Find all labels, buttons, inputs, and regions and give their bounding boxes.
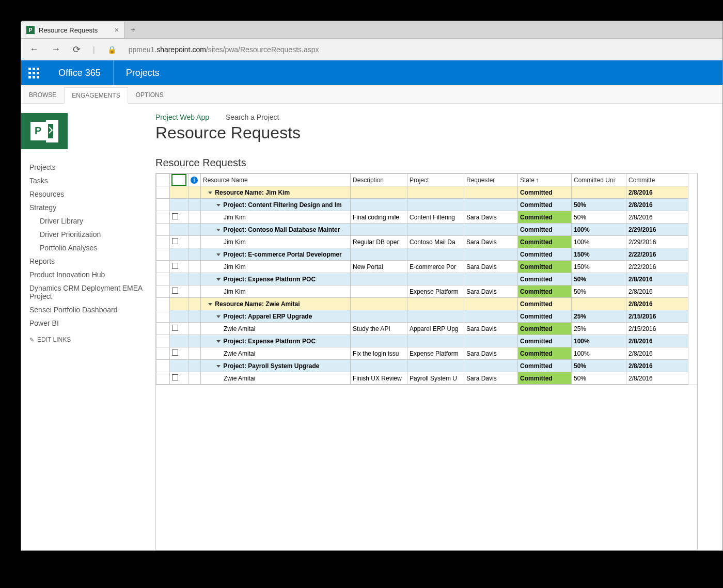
col-committed-date[interactable]: Committe (626, 174, 688, 186)
refresh-icon[interactable]: ⟳ (73, 44, 81, 55)
col-project[interactable]: Project (407, 174, 464, 186)
close-icon[interactable]: × (115, 26, 119, 34)
page-title: Resource Requests (155, 123, 722, 142)
col-checkbox-header[interactable] (170, 174, 188, 186)
sort-asc-icon: ↑ (536, 177, 539, 184)
forward-icon[interactable]: → (51, 44, 60, 55)
col-state[interactable]: State↑ (518, 174, 572, 186)
resource-requests-grid: i Resource Name Description Project Requ… (155, 173, 698, 550)
browser-tab-strip: P Resource Requests × + (21, 21, 722, 39)
table-row[interactable]: Jim KimExpense PlatformSara DavisCommitt… (156, 285, 688, 298)
sidebar-item[interactable]: Projects (29, 161, 155, 174)
expand-icon[interactable] (208, 303, 212, 306)
expand-icon[interactable] (208, 192, 212, 194)
table-row[interactable]: Resource Name: Zwie AmitaiCommitted2/8/2… (156, 298, 688, 310)
expand-icon[interactable] (216, 365, 221, 368)
table-row[interactable]: Project: Payroll System UpgradeCommitted… (156, 360, 688, 372)
row-checkbox[interactable] (172, 374, 178, 380)
grid-empty-area (156, 385, 697, 550)
edit-links-button[interactable]: ✎ EDIT LINKS (29, 336, 155, 343)
col-info-header[interactable]: i (188, 174, 201, 186)
browser-tab[interactable]: P Resource Requests × (21, 22, 124, 38)
left-nav: ProjectsTasksResourcesStrategyDriver Lib… (29, 161, 155, 330)
sidebar-item[interactable]: Portfolio Analyses (29, 241, 155, 255)
expand-icon[interactable] (216, 315, 221, 318)
sidebar-item[interactable]: Sensei Portfolio Dashboard (29, 303, 155, 316)
browser-navbar: ← → ⟳ | 🔒 ppmeu1.sharepoint.com/sites/pw… (21, 39, 722, 60)
suite-bar: Office 365 Projects (21, 60, 722, 85)
table-row[interactable]: Zwie AmitaiFix the login issuExpense Pla… (156, 347, 688, 360)
table-row[interactable]: Project: Content Filtering Design and Im… (156, 199, 688, 211)
sidebar-item[interactable]: Driver Library (29, 214, 155, 228)
col-committed-units[interactable]: Committed Uni (572, 174, 626, 186)
pencil-icon: ✎ (29, 337, 34, 343)
separator: | (93, 45, 95, 54)
col-resource-name[interactable]: Resource Name (201, 174, 351, 186)
edit-links-label: EDIT LINKS (37, 336, 71, 343)
table-row[interactable]: Jim KimFinal coding mileContent Filterin… (156, 211, 688, 224)
table-row[interactable]: Resource Name: Jim KimCommitted2/8/2016 (156, 186, 688, 199)
sidebar-item[interactable]: Tasks (29, 174, 155, 187)
table-row[interactable]: Project: Expense Platform POCCommitted50… (156, 273, 688, 285)
row-checkbox[interactable] (172, 238, 178, 244)
suite-brand[interactable]: Office 365 (46, 60, 114, 85)
row-checkbox[interactable] (172, 213, 178, 219)
back-icon[interactable]: ← (29, 44, 39, 55)
address-bar[interactable]: ppmeu1.sharepoint.com/sites/pwa/Resource… (129, 45, 319, 54)
sidebar-item[interactable]: Strategy (29, 201, 155, 214)
ribbon-tab-options[interactable]: OPTIONS (128, 87, 171, 103)
table-row[interactable]: Jim KimRegular DB operContoso Mail DaSar… (156, 236, 688, 248)
expand-icon[interactable] (216, 278, 221, 281)
table-row[interactable]: Project: Contoso Mail Database MainterCo… (156, 224, 688, 236)
new-tab-button[interactable]: + (124, 22, 142, 38)
sidebar-item[interactable]: Product Innovation Hub (29, 268, 155, 281)
grid-header-row: i Resource Name Description Project Requ… (156, 174, 688, 186)
table-row[interactable]: Project: Apparel ERP UpgradeCommitted25%… (156, 310, 688, 323)
table-row[interactable]: Project: Expense Platform POCCommitted10… (156, 335, 688, 347)
ribbon-tab-engagements[interactable]: ENGAGEMENTS (64, 87, 128, 104)
sidebar-item[interactable]: Power BI (29, 316, 155, 330)
col-description[interactable]: Description (351, 174, 407, 186)
table-row[interactable]: Jim KimNew PortalE-commerce PorSara Davi… (156, 261, 688, 273)
sidebar-item[interactable]: Reports (29, 255, 155, 268)
app-launcher-icon[interactable] (21, 60, 46, 85)
lock-icon: 🔒 (107, 45, 116, 54)
breadcrumb-search[interactable]: Search a Project (226, 113, 279, 121)
table-row[interactable]: Zwie AmitaiFinish UX ReviewPayroll Syste… (156, 372, 688, 385)
expand-icon[interactable] (216, 340, 221, 343)
ribbon-tabs: BROWSE ENGAGEMENTS OPTIONS (21, 85, 722, 104)
favicon-project-icon: P (26, 26, 35, 34)
sidebar-item[interactable]: Dynamics CRM Deployment EMEA Project (29, 281, 155, 303)
expand-icon[interactable] (216, 253, 221, 256)
row-checkbox[interactable] (172, 288, 178, 294)
suite-app[interactable]: Projects (114, 68, 172, 78)
section-label: Resource Requests (155, 157, 722, 169)
expand-icon[interactable] (216, 229, 221, 231)
breadcrumb: Project Web App Search a Project (155, 113, 722, 121)
info-icon: i (191, 177, 198, 184)
table-row[interactable]: Zwie AmitaiStudy the APIApparel ERP UpgS… (156, 323, 688, 335)
row-checkbox[interactable] (172, 325, 178, 331)
table-row[interactable]: Project: E-commerce Portal DevelopmerCom… (156, 248, 688, 261)
row-checkbox[interactable] (172, 349, 178, 356)
ribbon-tab-browse[interactable]: BROWSE (21, 87, 64, 103)
expand-icon[interactable] (216, 204, 221, 206)
sidebar-item[interactable]: Resources (29, 187, 155, 201)
col-requester[interactable]: Requester (464, 174, 518, 186)
browser-tab-title: Resource Requests (39, 26, 98, 34)
project-logo-icon: P (21, 113, 68, 149)
sidebar-item[interactable]: Driver Prioritization (29, 228, 155, 241)
svg-text:P: P (35, 125, 41, 136)
row-checkbox[interactable] (172, 263, 178, 269)
col-select-all[interactable] (156, 174, 170, 186)
breadcrumb-app-link[interactable]: Project Web App (155, 113, 209, 121)
